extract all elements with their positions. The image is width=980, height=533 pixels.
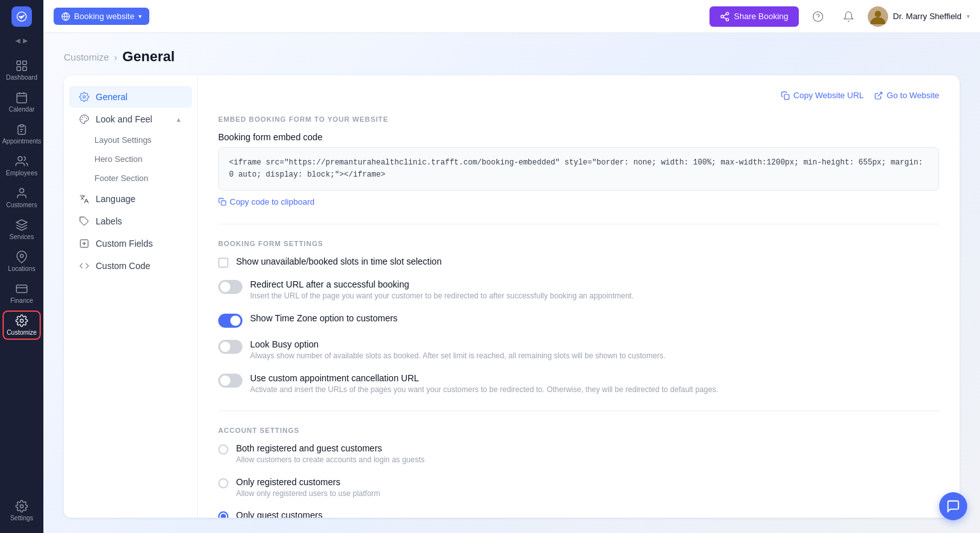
account-option-registered: Only registered customers Allow only reg… bbox=[218, 477, 939, 499]
section-divider-1 bbox=[218, 224, 939, 224]
nav-item-hero-section[interactable]: Hero Section bbox=[69, 150, 192, 168]
embed-code-box[interactable]: <iframe src="https://premanturahealthcli… bbox=[218, 147, 939, 191]
nav-label-labels: Labels bbox=[96, 216, 122, 226]
svg-line-24 bbox=[724, 17, 727, 19]
nav-label-general: General bbox=[96, 92, 128, 102]
label-only-guest: Only guest customers bbox=[236, 510, 939, 518]
svg-line-38 bbox=[878, 92, 882, 96]
nav-item-layout-settings[interactable]: Layout Settings bbox=[69, 131, 192, 149]
desc-both-customers: Allow customers to create accounts and l… bbox=[236, 455, 939, 465]
nav-label-layout-settings: Layout Settings bbox=[94, 135, 152, 145]
sidebar-item-dashboard[interactable]: Dashboard bbox=[0, 54, 43, 86]
svg-rect-4 bbox=[23, 67, 27, 71]
sidebar-item-locations[interactable]: Locations bbox=[0, 245, 43, 277]
setting-look-busy: Look Busy option Always show number of a… bbox=[218, 339, 939, 361]
user-profile[interactable]: Dr. Marry Sheffield ▾ bbox=[868, 6, 970, 27]
breadcrumb: Customize › General bbox=[64, 48, 960, 65]
chevron-up-icon: ▲ bbox=[175, 116, 182, 123]
svg-rect-5 bbox=[17, 93, 27, 103]
svg-point-13 bbox=[20, 189, 24, 193]
sidebar-item-customize[interactable]: Customize bbox=[0, 309, 43, 341]
svg-rect-9 bbox=[20, 125, 24, 127]
radio-both-customers[interactable] bbox=[218, 444, 228, 455]
toggle-show-timezone[interactable] bbox=[218, 314, 242, 328]
chevron-down-icon: ▾ bbox=[138, 13, 142, 20]
avatar bbox=[868, 6, 888, 27]
sidebar-label-calendar: Calendar bbox=[9, 106, 35, 113]
sidebar-item-settings[interactable]: Settings bbox=[0, 495, 43, 527]
svg-rect-2 bbox=[23, 61, 27, 65]
breadcrumb-current: General bbox=[122, 48, 175, 65]
sidebar-item-customers[interactable]: Customers bbox=[0, 182, 43, 214]
copy-url-label: Copy Website URL bbox=[794, 91, 864, 100]
svg-point-12 bbox=[18, 157, 22, 161]
right-content: Copy Website URL Go to Website EMBED BOO… bbox=[198, 75, 960, 518]
setting-label-show-unavailable: Show unavailable/booked slots in time sl… bbox=[236, 256, 939, 266]
svg-point-30 bbox=[83, 96, 85, 98]
account-option-guest: Only guest customers bbox=[218, 510, 939, 518]
setting-custom-cancel-url: Use custom appointment cancellation URL … bbox=[218, 373, 939, 395]
sidebar-item-services[interactable]: Services bbox=[0, 214, 43, 245]
booking-form-settings-title: BOOKING FORM SETTINGS bbox=[218, 240, 939, 247]
left-nav: General Look and Feel ▲ Layout Settings … bbox=[64, 75, 198, 518]
svg-rect-3 bbox=[17, 67, 21, 71]
sidebar-item-employees[interactable]: Employees bbox=[0, 150, 43, 182]
toggle-look-busy[interactable] bbox=[218, 340, 242, 354]
account-settings-title: ACCOUNT SETTINGS bbox=[218, 427, 939, 434]
nav-item-labels[interactable]: Labels bbox=[69, 210, 192, 232]
booking-website-button[interactable]: Booking website ▾ bbox=[54, 8, 149, 25]
sidebar-item-finance[interactable]: Finance bbox=[0, 277, 43, 309]
sidebar-label-employees: Employees bbox=[6, 170, 37, 177]
radio-only-registered[interactable] bbox=[218, 478, 228, 488]
breadcrumb-parent[interactable]: Customize bbox=[64, 52, 109, 62]
setting-show-timezone: Show Time Zone option to customers bbox=[218, 313, 939, 328]
share-booking-button[interactable]: Share Booking bbox=[709, 6, 798, 27]
notifications-button[interactable] bbox=[837, 5, 860, 28]
sidebar-collapse-arrows[interactable]: ◀ ▶ bbox=[15, 37, 28, 44]
svg-point-34 bbox=[82, 119, 82, 120]
header: Booking website ▾ Share Booking Dr. Marr… bbox=[43, 0, 980, 33]
app-logo[interactable] bbox=[11, 6, 32, 27]
chat-bubble-button[interactable] bbox=[939, 492, 967, 520]
sidebar-item-calendar[interactable]: Calendar bbox=[0, 86, 43, 118]
nav-item-general[interactable]: General bbox=[69, 86, 192, 108]
sidebar-item-appointments[interactable]: Appointments bbox=[0, 118, 43, 150]
svg-point-26 bbox=[813, 11, 822, 21]
setting-label-look-busy: Look Busy option bbox=[250, 339, 939, 349]
sidebar: ◀ ▶ Dashboard Calendar Appointments Empl… bbox=[0, 0, 43, 533]
nav-item-language[interactable]: Language bbox=[69, 188, 192, 210]
svg-point-22 bbox=[721, 15, 724, 18]
nav-label-hero-section: Hero Section bbox=[94, 154, 142, 164]
nav-item-look-and-feel[interactable]: Look and Feel ▲ bbox=[69, 108, 192, 130]
sidebar-label-appointments: Appointments bbox=[2, 138, 41, 145]
svg-rect-1 bbox=[17, 61, 21, 65]
help-button[interactable] bbox=[806, 5, 829, 28]
sidebar-label-services: Services bbox=[10, 233, 34, 240]
setting-desc-redirect-url: Insert the URL of the page you want your… bbox=[250, 291, 939, 302]
nav-item-footer-section[interactable]: Footer Section bbox=[69, 169, 192, 187]
checkbox-show-unavailable[interactable] bbox=[218, 258, 228, 268]
svg-rect-39 bbox=[221, 201, 226, 205]
section-divider-2 bbox=[218, 411, 939, 411]
copy-code-link[interactable]: Copy code to clipboard bbox=[218, 197, 315, 207]
user-name: Dr. Marry Sheffield bbox=[893, 11, 961, 21]
nav-item-custom-code[interactable]: Custom Code bbox=[69, 255, 192, 277]
go-to-website-label: Go to Website bbox=[887, 91, 939, 100]
svg-line-25 bbox=[724, 14, 727, 16]
sidebar-label-settings: Settings bbox=[10, 515, 33, 522]
copy-code-label: Copy code to clipboard bbox=[230, 197, 315, 207]
nav-label-language: Language bbox=[96, 194, 135, 204]
user-chevron-icon: ▾ bbox=[967, 13, 970, 20]
svg-rect-37 bbox=[784, 94, 789, 99]
setting-label-custom-cancel-url: Use custom appointment cancellation URL bbox=[250, 373, 939, 383]
nav-label-custom-code: Custom Code bbox=[96, 261, 151, 271]
copy-website-url-link[interactable]: Copy Website URL bbox=[781, 91, 864, 100]
go-to-website-link[interactable]: Go to Website bbox=[874, 91, 939, 100]
setting-label-redirect-url: Redirect URL after a successful booking bbox=[250, 279, 939, 289]
toggle-custom-cancel-url[interactable] bbox=[218, 374, 242, 388]
svg-point-17 bbox=[20, 319, 24, 323]
toggle-redirect-url[interactable] bbox=[218, 280, 242, 294]
nav-item-custom-fields[interactable]: Custom Fields bbox=[69, 233, 192, 254]
setting-desc-look-busy: Always show number of available slots as… bbox=[250, 351, 939, 361]
radio-only-guest[interactable] bbox=[218, 511, 228, 518]
